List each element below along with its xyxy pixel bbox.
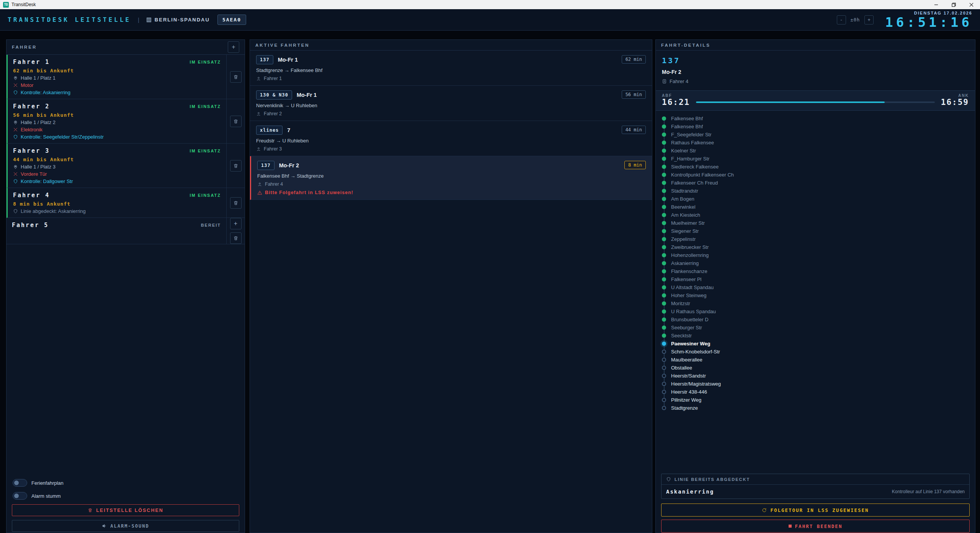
trip-route: Falkensee Bhf → Stadtgrenze xyxy=(257,173,646,179)
stop-row[interactable]: Askanierring xyxy=(662,259,969,267)
refresh-icon xyxy=(762,508,767,513)
stop-row[interactable]: Obstallee xyxy=(662,364,969,372)
stop-row[interactable]: Heerstr 438-446 xyxy=(662,388,969,396)
stop-row[interactable]: Pillnitzer Weg xyxy=(662,396,969,404)
time-offset-label: ±0h xyxy=(851,17,860,23)
stop-row[interactable]: Heerstr/Magistratsweg xyxy=(662,380,969,388)
stop-row[interactable]: Rathaus Falkensee xyxy=(662,139,969,147)
driver-name: Fahrer 3 xyxy=(13,147,50,154)
driver-card-body: Fahrer 2IM EINSATZ56 min bis AnkunftHall… xyxy=(8,99,226,143)
stop-label: Siedlereck Falkensee xyxy=(671,164,719,170)
followup-assigned-button[interactable]: FOLGETOUR IN LSS ZUGEWIESEN xyxy=(661,504,970,517)
delete-driver-button[interactable] xyxy=(230,160,242,172)
ferienfahrplan-label: Ferienfahrplan xyxy=(31,480,64,486)
stop-row[interactable]: Brunsbuetteler D xyxy=(662,316,969,324)
driver-name: Fahrer 4 xyxy=(13,192,50,199)
assign-driver-button[interactable]: + xyxy=(230,218,242,229)
driver-defect-text: Motor xyxy=(21,82,33,88)
app-brand-title: TRANSITDESK LEITSTELLE xyxy=(8,16,131,23)
delete-leitstelle-button[interactable]: LEITSTELLE LÖSCHEN xyxy=(12,504,239,516)
stop-row[interactable]: Seecktstr xyxy=(662,332,969,340)
stop-row[interactable]: Flankenschanze xyxy=(662,267,969,275)
delete-driver-button[interactable] xyxy=(230,197,242,209)
stop-row[interactable]: Moritzstr xyxy=(662,299,969,307)
stop-dot xyxy=(662,237,666,241)
stop-row[interactable]: U Rathaus Spandau xyxy=(662,307,969,316)
header-separator: | xyxy=(138,16,139,23)
stop-dot xyxy=(662,189,666,193)
stop-row[interactable]: F_Hamburger Str xyxy=(662,155,969,163)
minimize-button[interactable] xyxy=(927,0,945,9)
delete-driver-button[interactable] xyxy=(230,116,242,127)
stop-row[interactable]: Siedlereck Falkensee xyxy=(662,163,969,171)
trip-driver-name: Fahrer 2 xyxy=(264,111,282,116)
leitstelle-code-badge[interactable]: 5AEA0 xyxy=(217,15,246,25)
stop-row[interactable]: Stadtgrenze xyxy=(662,404,969,412)
driver-eta: 8 min bis Ankunft xyxy=(13,201,221,207)
end-trip-button[interactable]: FAHRT BEENDEN xyxy=(661,520,970,533)
stop-row[interactable]: Schm-Knobelsdorf-Str xyxy=(662,348,969,356)
stop-label: Brunsbuetteler D xyxy=(671,317,709,322)
driver-card-controls xyxy=(226,55,245,99)
delete-driver-button[interactable] xyxy=(230,232,242,244)
delete-driver-button[interactable] xyxy=(230,71,242,83)
trip-row[interactable]: 137Mo-Fr 162 minStadtgrenze → Falkensee … xyxy=(250,51,652,86)
stop-row[interactable]: Zeppelinstr xyxy=(662,235,969,243)
close-button[interactable] xyxy=(962,0,980,9)
trip-driver: Fahrer 1 xyxy=(256,76,646,81)
ferienfahrplan-toggle[interactable] xyxy=(13,479,27,487)
time-offset-minus-button[interactable]: - xyxy=(837,15,846,25)
trip-row[interactable]: xlines744 minFreudstr → U RuhlebenFahrer… xyxy=(250,121,652,156)
stop-row[interactable]: Falkenseer Ch Freud xyxy=(662,179,969,187)
stop-label: Seecktstr xyxy=(671,333,692,338)
stop-dot xyxy=(662,141,666,145)
stop-row[interactable]: Falkensee Bhf xyxy=(662,114,969,123)
driver-control-text: Kontrolle: Seegefelder Str/Zeppelinstr xyxy=(21,134,104,140)
trip-row[interactable]: 137Mo-Fr 28 minFalkensee Bhf → Stadtgren… xyxy=(250,156,652,200)
stop-label: Falkenseer Pl xyxy=(671,276,701,282)
driver-control: Kontrolle: Dallgower Str xyxy=(13,178,221,184)
driver-card[interactable]: Fahrer 4IM EINSATZ8 min bis AnkunftLinie… xyxy=(7,188,245,218)
restore-button[interactable] xyxy=(945,0,962,9)
pin-icon xyxy=(13,120,18,125)
driver-card[interactable]: Fahrer 2IM EINSATZ56 min bis AnkunftHall… xyxy=(7,99,245,144)
stop-row[interactable]: Hohenzollernring xyxy=(662,251,969,259)
stop-row[interactable]: Am Bogen xyxy=(662,195,969,203)
stop-row[interactable]: Beerwinkel xyxy=(662,203,969,211)
add-driver-button[interactable]: + xyxy=(228,41,239,53)
stop-row[interactable]: F_Seegefelder Str xyxy=(662,131,969,139)
stop-row[interactable]: Seeburger Str xyxy=(662,324,969,332)
driver-card[interactable]: Fahrer 1IM EINSATZ62 min bis AnkunftHall… xyxy=(7,55,245,99)
time-offset-plus-button[interactable]: + xyxy=(864,15,874,25)
stop-row[interactable]: Falkensee Bhf xyxy=(662,123,969,131)
stop-row[interactable]: Falkenseer Pl xyxy=(662,275,969,283)
stop-dot xyxy=(662,269,666,273)
driver-control-text: Kontrolle: Dallgower Str xyxy=(21,178,73,184)
stop-row[interactable]: Paewesiner Weg xyxy=(662,340,969,348)
stop-row[interactable]: Maulbeerallee xyxy=(662,356,969,364)
stop-row[interactable]: Muelheimer Str xyxy=(662,219,969,227)
stop-row[interactable]: Siegener Str xyxy=(662,227,969,235)
stop-row[interactable]: Stadtrandstr xyxy=(662,187,969,195)
stop-row[interactable]: Am Kiesteich xyxy=(662,211,969,219)
person-icon xyxy=(256,76,261,81)
trip-time-badge: 56 min xyxy=(622,90,646,99)
alarm-sound-button[interactable]: ALARM-SOUND xyxy=(12,520,239,532)
driver-card[interactable]: Fahrer 5BEREIT+ xyxy=(7,218,245,244)
shield-icon xyxy=(13,179,18,184)
stop-label: Heerstr/Magistratsweg xyxy=(671,381,721,387)
stop-row[interactable]: Hoher Steinweg xyxy=(662,291,969,299)
coverage-value: Askanierring xyxy=(666,489,714,495)
stop-label: Hohenzollernring xyxy=(671,252,709,258)
alarm-stumm-toggle[interactable] xyxy=(13,492,27,500)
stop-row[interactable]: Zweibruecker Str xyxy=(662,243,969,251)
stop-row[interactable]: Heerstr/Sandstr xyxy=(662,372,969,380)
stop-row[interactable]: U Altstadt Spandau xyxy=(662,283,969,291)
trip-row[interactable]: 130 & N30Mo-Fr 156 minNervenklinik → U R… xyxy=(250,86,652,121)
stop-row[interactable]: Koelner Str xyxy=(662,147,969,155)
arrival-label: ANK xyxy=(958,93,969,98)
stop-row[interactable]: Kontrollpunkt Falkenseer Ch xyxy=(662,171,969,179)
trip-driver-name: Fahrer 3 xyxy=(264,146,282,152)
driver-card-top: Fahrer 3IM EINSATZ xyxy=(13,147,221,154)
driver-card[interactable]: Fahrer 3IM EINSATZ44 min bis AnkunftHall… xyxy=(7,144,245,188)
